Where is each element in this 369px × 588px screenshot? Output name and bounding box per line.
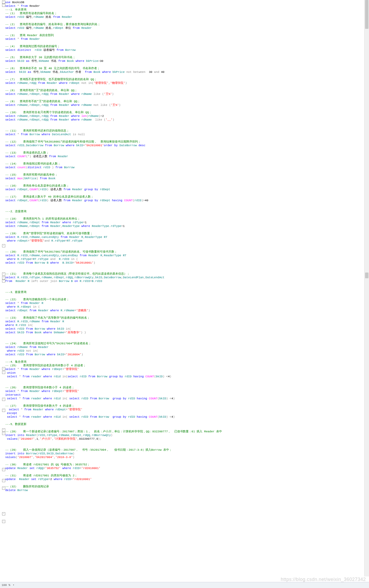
code-line[interactable]: from Reader R left outer join Borrow B o… bbox=[5, 279, 362, 283]
fold-toggle[interactable]: − bbox=[2, 273, 5, 276]
code-line[interactable]: --（1） 查询所有读者的编号和姓名； bbox=[5, 12, 362, 15]
code-line[interactable]: select rdID 编号,rdName 姓名,rdDept 单位 from … bbox=[5, 26, 362, 30]
code-line[interactable]: update Reader set rdQQ='3635752' where r… bbox=[5, 466, 362, 470]
code-line[interactable]: where R.rdType=RT.rdType and R.rdID in ( bbox=[5, 257, 362, 261]
code-line[interactable] bbox=[5, 268, 362, 272]
code-line[interactable]: intersect bbox=[5, 393, 362, 397]
code-line[interactable]: --（25） 查询管理学院的读者及借书本数小于 4 的读者； bbox=[5, 364, 362, 367]
fold-toggle[interactable]: − bbox=[2, 512, 5, 515]
code-line[interactable]: select rdName from Reader bbox=[5, 345, 362, 349]
code-line[interactable]: select bkID as 书号,bkName 书名,bkAuthor 作者 … bbox=[5, 70, 362, 74]
code-line[interactable]: select * from reader where rdid in(selec… bbox=[5, 375, 362, 378]
code-line[interactable]: select * from reader where rdid in( sele… bbox=[5, 397, 362, 400]
code-line[interactable]: select * from Reader where rdDept='管理学院' bbox=[5, 408, 362, 411]
code-line[interactable] bbox=[5, 312, 362, 316]
fold-toggle[interactable]: − bbox=[2, 487, 5, 490]
fold-toggle[interactable]: − bbox=[2, 367, 5, 370]
code-line[interactable]: --（10） 查询所有全名只有两个字的读者的姓名、单位和 QQ； bbox=[5, 111, 362, 114]
code-line[interactable]: --（20） 查询借阅了书号"bk2017001"的读者的姓名、可借书数量和可借… bbox=[5, 250, 362, 254]
code-line[interactable]: insert into Reader(rdID,rdType,rdName,rd… bbox=[5, 433, 362, 437]
code-line[interactable]: select * from Borrow where DateLendAct i… bbox=[5, 133, 362, 136]
code-line[interactable]: select bkID from Book where bkName='高等数学… bbox=[5, 331, 362, 334]
code-line[interactable]: --（31） 将读者 rd2017001 的类别号修改为 2； bbox=[5, 474, 362, 477]
code-line[interactable]: ---2、连接查询 bbox=[5, 210, 362, 213]
code-line[interactable]: --（11） 查询所有图书还未归还的借阅信息； bbox=[5, 129, 362, 133]
fold-toggle[interactable]: − bbox=[2, 468, 5, 471]
code-line[interactable] bbox=[5, 158, 362, 162]
code-line[interactable] bbox=[5, 52, 362, 56]
code-line[interactable] bbox=[5, 419, 362, 422]
zoom-dropdown-icon[interactable]: ▾ bbox=[13, 583, 16, 587]
code-line[interactable]: select bkID as 书号,bkName 书名 from Book wh… bbox=[5, 59, 362, 63]
code-line[interactable]: union bbox=[5, 371, 362, 375]
fold-toggle[interactable]: − bbox=[2, 1, 5, 4]
fold-toggle[interactable]: − bbox=[2, 409, 5, 412]
code-line[interactable] bbox=[5, 169, 362, 173]
code-line[interactable]: --（9） 查询所有不姓"王"的读者的姓名、单位和 QQ； bbox=[5, 100, 362, 103]
code-line[interactable] bbox=[5, 19, 362, 23]
code-line[interactable]: delete Borrow bbox=[5, 488, 362, 492]
code-line[interactable]: --（8） 查询所有姓"王"的读者的姓名、单位和 QQ； bbox=[5, 89, 362, 92]
vertical-scrollbar[interactable] bbox=[364, 0, 369, 576]
code-line[interactable] bbox=[5, 400, 362, 404]
code-line[interactable]: select rdID from Borrow B where B.bkID='… bbox=[5, 261, 362, 265]
code-line[interactable]: select * from reader where rdid in( sele… bbox=[5, 415, 362, 419]
code-line[interactable]: select rdName,rdDept,rdQQ from Reader wh… bbox=[5, 118, 362, 122]
code-line[interactable]: --（30） 将读者 rd2017001 的 QQ 号修改为：3635752； bbox=[5, 463, 362, 466]
code-line[interactable] bbox=[5, 334, 362, 338]
code-line[interactable] bbox=[5, 191, 362, 195]
code-line[interactable] bbox=[5, 481, 362, 485]
code-line[interactable]: --（15） 查询所有图书的最高单价； bbox=[5, 173, 362, 177]
code-line[interactable]: select * from Reader where rdDept='管理学院' bbox=[5, 367, 362, 371]
code-line[interactable]: select rdName,rdDept from Reader,ReaderT… bbox=[5, 224, 362, 228]
code-line[interactable] bbox=[5, 459, 362, 463]
code-line[interactable] bbox=[5, 213, 362, 217]
code-line[interactable]: select rdName,rdDept,rdQQ from Reader wh… bbox=[5, 103, 362, 107]
code-line[interactable] bbox=[5, 136, 362, 140]
code-line[interactable] bbox=[5, 265, 362, 268]
code-line[interactable]: select rdID from Borrow where bkID='2018… bbox=[5, 353, 362, 356]
scrollbar-marker[interactable] bbox=[365, 273, 368, 278]
code-line[interactable]: select * from Reader R bbox=[5, 301, 362, 305]
code-line[interactable]: select R.rdID,rdName from Reader R bbox=[5, 320, 362, 323]
code-line[interactable]: where rdDept='管理学院'and R.rdType=RT.rdTyp… bbox=[5, 239, 362, 243]
code-line[interactable]: values('2018007',1,'卢小川','计算机科学学院',93220… bbox=[5, 437, 362, 441]
code-line[interactable] bbox=[5, 246, 362, 250]
code-line[interactable]: select rdName,rdDept,rdQQ from Reader wh… bbox=[5, 114, 362, 118]
code-line[interactable]: select rdDept,COUNT(rdID) 读者人数 from Read… bbox=[5, 188, 362, 191]
code-line[interactable]: select max(bkPrice) from Book bbox=[5, 177, 362, 180]
code-line[interactable] bbox=[5, 444, 362, 448]
code-line[interactable]: --（27） 查询管理学院借书本数大于 4 的读者； bbox=[5, 404, 362, 408]
fold-toggle[interactable]: − bbox=[2, 398, 5, 401]
code-line[interactable]: --（24） 查询所有没借阅过书号为"bk2017004"的读者姓名； bbox=[5, 342, 362, 345]
code-line[interactable]: update Reader set rdType=2 where rdID='r… bbox=[5, 477, 362, 481]
code-line[interactable] bbox=[5, 243, 362, 246]
code-line[interactable]: select rdName,rdDept from Reader where r… bbox=[5, 221, 362, 224]
code-line[interactable]: select * from Reader bbox=[5, 4, 362, 8]
code-line[interactable]: select rdID from Borrow where bkID in( bbox=[5, 327, 362, 331]
code-line[interactable] bbox=[5, 228, 362, 232]
code-line[interactable]: --（7） 查询既不是管理学院、也不是物理学院的读者的姓名和 QQ； bbox=[5, 78, 362, 81]
code-line[interactable] bbox=[5, 287, 362, 290]
code-line[interactable]: --（29） 插入一条借阅记录（读者编号：2017007， 书号：bk20170… bbox=[5, 448, 362, 452]
code-line[interactable]: select rdDept,COUNT(rdID) 读者人数 from Read… bbox=[5, 199, 362, 202]
code-line[interactable] bbox=[5, 107, 362, 111]
code-line[interactable]: use BooksDB bbox=[5, 1, 362, 4]
fold-toggle[interactable]: − bbox=[2, 371, 5, 374]
scrollbar-thumb[interactable] bbox=[365, 0, 368, 29]
code-line[interactable] bbox=[5, 202, 362, 206]
code-line[interactable]: --（16） 查询各单位名及该单位的读者人数； bbox=[5, 184, 362, 188]
code-line[interactable]: insert into Borrow(rdID,bkID,DateBorrow) bbox=[5, 452, 362, 455]
code-area[interactable]: use BooksDBselect * from Reader---1、单表查询… bbox=[5, 1, 362, 492]
code-line[interactable] bbox=[5, 74, 362, 78]
code-line[interactable] bbox=[5, 63, 362, 67]
code-line[interactable]: select * from Reader bbox=[5, 37, 362, 41]
code-line[interactable] bbox=[5, 294, 362, 298]
fold-toggle[interactable]: − bbox=[2, 520, 5, 523]
code-line[interactable] bbox=[5, 206, 362, 210]
zoom-level[interactable]: 100 % bbox=[2, 583, 10, 587]
code-line[interactable]: --（23） 查询借阅了书名为"高等数学"的读者的编号和姓名； bbox=[5, 316, 362, 320]
code-line[interactable] bbox=[5, 180, 362, 184]
code-line[interactable] bbox=[5, 426, 362, 430]
fold-toggle[interactable]: − bbox=[2, 279, 5, 282]
